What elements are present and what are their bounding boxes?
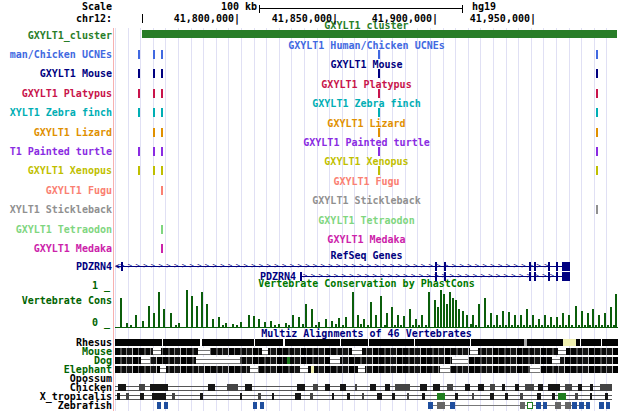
track-center-label: GXYLT1 Tetraodon xyxy=(115,216,618,226)
track-label-ucnes[interactable]: man/Chicken UCNEs xyxy=(0,50,112,60)
phastcons-bar xyxy=(311,309,313,327)
gene-terminal-exon xyxy=(562,262,570,271)
track-label-platypus[interactable]: GXYLT1 Platypus xyxy=(0,89,112,99)
cluster-bar[interactable] xyxy=(142,30,617,38)
phastcons-bar xyxy=(212,319,214,327)
track-label-fugu[interactable]: GXYLT1 Fugu xyxy=(0,186,112,196)
ucne-item[interactable] xyxy=(153,89,155,98)
alignment-segment xyxy=(520,393,523,400)
track-center-label: GXYLT1 Fugu xyxy=(115,177,618,187)
phastcons-bar xyxy=(380,296,382,327)
phastcons-bar xyxy=(352,292,354,327)
ucne-item[interactable] xyxy=(161,108,163,117)
alignment-segment xyxy=(368,339,369,346)
ucne-item[interactable] xyxy=(153,108,155,117)
track-label-lizard[interactable]: GXYLT1 Lizard xyxy=(0,128,112,138)
alignment-segment xyxy=(283,339,285,346)
alignment-segment xyxy=(572,402,577,409)
ucne-item[interactable] xyxy=(153,50,155,59)
ucne-item[interactable] xyxy=(153,69,155,78)
track-center-label: GXYLT1 Platypus xyxy=(115,80,618,90)
ucne-item[interactable] xyxy=(378,108,380,117)
phastcons-bar xyxy=(544,315,546,327)
alignment-outline-block xyxy=(527,402,533,409)
cluster-track-label[interactable]: GXYLT1_cluster xyxy=(0,31,112,41)
coordinate-label: 41,850,000| xyxy=(258,14,338,24)
ucne-item[interactable] xyxy=(161,89,163,98)
ucne-item[interactable] xyxy=(153,166,155,175)
ucne-item[interactable] xyxy=(378,50,380,59)
alignment-segment xyxy=(153,350,161,355)
track-label-finch[interactable]: XYLT1 Zebra finch xyxy=(0,108,112,118)
ucne-item[interactable] xyxy=(161,225,163,234)
alignment-segment xyxy=(272,393,274,400)
ucne-item[interactable] xyxy=(138,69,140,78)
multiz-label-zebrafish[interactable]: Zebrafish xyxy=(0,401,112,411)
ucne-item[interactable] xyxy=(161,244,163,253)
alignment-segment xyxy=(520,402,525,409)
ucne-item[interactable] xyxy=(153,128,155,137)
alignment-segment xyxy=(352,350,362,355)
ucne-item[interactable] xyxy=(596,50,598,59)
ucne-item[interactable] xyxy=(138,166,140,175)
track-label-stickleback[interactable]: XYLT1 Stickleback xyxy=(0,205,112,215)
ucne-item[interactable] xyxy=(161,69,163,78)
alignment-segment xyxy=(433,384,440,391)
ucne-item[interactable] xyxy=(596,69,598,78)
ucne-item[interactable] xyxy=(138,147,140,156)
track-label-turtle[interactable]: T1 Painted turtle xyxy=(0,147,112,157)
ucne-item[interactable] xyxy=(378,69,380,78)
ucne-item[interactable] xyxy=(378,89,380,98)
conservation-track-label[interactable]: Vertebrate Cons xyxy=(0,296,112,306)
ucne-item[interactable] xyxy=(596,89,598,98)
ucne-item[interactable] xyxy=(596,108,598,117)
phastcons-bar xyxy=(218,317,220,327)
alignment-segment xyxy=(332,393,334,400)
track-label-mouse[interactable]: GXYLT1 Mouse xyxy=(0,69,112,79)
alignment-segment xyxy=(152,393,166,400)
phastcons-bar xyxy=(357,315,359,327)
coordinate-label: 41,800,000| xyxy=(160,14,240,24)
window-left-marker xyxy=(113,28,114,411)
alignment-segment xyxy=(370,384,376,391)
ucne-item[interactable] xyxy=(161,186,163,195)
phastcons-bar xyxy=(325,319,327,327)
ucne-item[interactable] xyxy=(161,50,163,59)
phastcons-bar xyxy=(370,302,372,327)
track-label-tetraodon[interactable]: GXYLT1 Tetraodon xyxy=(0,225,112,235)
alignment-segment xyxy=(162,339,163,346)
phastcons-bar xyxy=(520,315,522,327)
ucne-item[interactable] xyxy=(596,166,598,175)
track-center-label: GXYLT1 Painted turtle xyxy=(115,138,618,148)
ucne-item[interactable] xyxy=(138,89,140,98)
alignment-segment xyxy=(502,384,505,391)
alignment-segment xyxy=(313,384,318,391)
ucne-item[interactable] xyxy=(161,128,163,137)
ucne-item[interactable] xyxy=(138,108,140,117)
multiz-row-opossum[interactable] xyxy=(115,375,618,382)
ucne-item[interactable] xyxy=(161,147,163,156)
ucne-item[interactable] xyxy=(596,147,598,156)
ucne-item[interactable] xyxy=(161,166,163,175)
phastcons-bar xyxy=(120,298,122,327)
ucne-item[interactable] xyxy=(378,166,380,175)
ucne-item[interactable] xyxy=(138,50,140,59)
alignment-segment xyxy=(470,350,478,355)
genome-browser: Scale 100 kb hg19 chr12: GXYLT1_cluster … xyxy=(0,0,620,411)
conservation-axis-max: 1 _ xyxy=(0,281,110,291)
gene-exon xyxy=(534,262,536,271)
phastcons-bar xyxy=(484,298,486,327)
track-label-xenopus[interactable]: GXYLT1 Xenopus xyxy=(0,166,112,176)
track-center-label: GXYLT1 Mouse xyxy=(115,60,618,70)
ucne-item[interactable] xyxy=(596,128,598,137)
phastcons-bar xyxy=(305,304,307,327)
refseq-title: RefSeq Genes xyxy=(115,251,618,261)
ucne-item[interactable] xyxy=(378,128,380,137)
track-label-medaka[interactable]: GXYLT1 Medaka xyxy=(0,244,112,254)
ucne-item[interactable] xyxy=(378,147,380,156)
ucne-item[interactable] xyxy=(153,147,155,156)
phastcons-bar xyxy=(455,300,457,327)
gene-strand-arrows: >>>>>>>>>>>>>>>>>>>>>>>>>>>>>>>>>>>>>>>>… xyxy=(120,262,569,271)
phastcons-bar xyxy=(592,309,594,327)
ucne-item[interactable] xyxy=(596,205,598,214)
